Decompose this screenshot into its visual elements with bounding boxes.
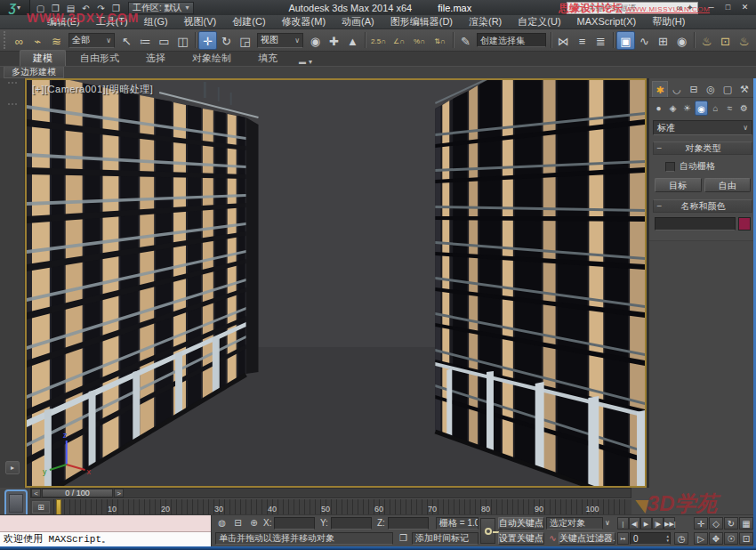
menu-maxscript[interactable]: MAXScript(X) [569, 15, 645, 28]
field-of-view-button[interactable]: ◇ [709, 517, 723, 530]
zoom-region-button[interactable]: ▷ [694, 532, 708, 545]
menu-customize[interactable]: 自定义(U) [510, 15, 568, 28]
track-bar-ruler[interactable]: 102030405060708090100 [53, 499, 630, 515]
angle-snap-icon[interactable]: ∠∩ [389, 31, 409, 50]
use-pivot-center-icon[interactable]: ◉ [306, 31, 325, 50]
next-frame-button[interactable]: |▶ [652, 517, 664, 530]
material-editor-icon[interactable]: ◉ [672, 31, 691, 50]
go-to-end-button[interactable]: ▶▶| [664, 517, 675, 530]
truck-camera-button[interactable]: ✥ [709, 532, 723, 545]
window-crossing-icon[interactable]: ◫ [173, 31, 192, 50]
go-to-start-button[interactable]: |◀◀ [617, 517, 629, 530]
ribbon-tab-object-paint[interactable]: 对象绘制 [180, 51, 244, 66]
rect-selection-region-icon[interactable]: ▭ [155, 31, 173, 50]
next-frame-arrow[interactable]: > [114, 489, 124, 497]
menu-group[interactable]: 组(G) [136, 15, 176, 28]
modify-tab-icon[interactable]: ◡ [669, 81, 685, 97]
orbit-camera-button[interactable]: ☉ [724, 532, 738, 545]
listener-output-row[interactable]: 欢迎使用 MAXScript。 [0, 532, 211, 546]
ribbon-tab-populate[interactable]: 填充 [245, 51, 290, 66]
dolly-camera-button[interactable]: ✛ [694, 517, 708, 530]
hierarchy-tab-icon[interactable]: ⊟ [686, 81, 702, 97]
frame-spinner[interactable]: ▴▾ [666, 534, 670, 543]
display-tab-icon[interactable]: ▢ [720, 81, 736, 97]
named-selection-sets-field[interactable]: 创建选择集 [477, 33, 546, 47]
snap-toggle-25d-icon[interactable]: 2.5∩ [368, 31, 389, 50]
rollout-name-color[interactable]: − 名称和颜色 [653, 199, 752, 213]
render-setup-icon[interactable]: ♨ [697, 31, 716, 50]
application-button[interactable]: Ʒ ▾ [0, 0, 30, 15]
select-and-manipulate-icon[interactable]: ✚ [325, 31, 343, 50]
target-camera-button[interactable]: 目标 [655, 178, 702, 192]
menu-modifiers[interactable]: 修改器(M) [274, 15, 334, 28]
menu-graph-editors[interactable]: 图形编辑器(D) [382, 15, 461, 28]
time-slider-handle[interactable]: 0 / 100 [42, 489, 113, 497]
key-filters-button[interactable]: 关键点过滤器... [559, 532, 615, 545]
notification-icon[interactable]: ❐ [397, 532, 410, 545]
maximize-viewport-button[interactable]: ⊡ [739, 532, 753, 545]
reference-coordinate-dropdown[interactable]: 视图 ∨ [257, 33, 303, 48]
listener-macro-row[interactable] [0, 515, 211, 532]
curve-editor-icon[interactable]: ∿ [635, 31, 654, 50]
cameras-category-icon[interactable]: ◉ [695, 101, 708, 116]
menu-animation[interactable]: 动画(A) [334, 15, 382, 28]
menu-help[interactable]: 帮助(H) [644, 15, 693, 28]
unlink-selection-icon[interactable]: ⌁ [28, 31, 47, 50]
motion-tab-icon[interactable]: ◎ [703, 81, 719, 97]
shapes-category-icon[interactable]: ◈ [666, 101, 680, 116]
select-by-name-icon[interactable]: ≔ [136, 31, 155, 50]
add-time-tag[interactable]: 添加时间标记 [412, 532, 479, 545]
viewport-label[interactable]: [+][Camera001][明暗处理] [32, 83, 153, 96]
ribbon-minimize-control[interactable]: ▬ ▾ [299, 58, 312, 66]
x-coordinate-field[interactable] [274, 517, 315, 530]
roll-camera-button[interactable]: ↻ [724, 517, 738, 530]
isolate-toggle-icon[interactable]: ◍ [215, 517, 229, 530]
maximize-button[interactable]: □ [720, 2, 736, 13]
absolute-offset-toggle-icon[interactable]: ⊕ [247, 517, 261, 530]
key-curve-icon[interactable]: ∿ [546, 532, 559, 545]
ribbon-tab-freeform[interactable]: 自由形式 [68, 51, 132, 66]
close-button[interactable]: ✕ [737, 2, 752, 13]
z-coordinate-field[interactable] [388, 517, 429, 530]
graphite-ribbon-toggle-icon[interactable]: ▣ [616, 31, 635, 50]
camera-type-dropdown[interactable]: 标准 ∨ [653, 120, 752, 135]
autogrid-checkbox[interactable] [665, 162, 675, 172]
keyboard-override-icon[interactable]: ▲ [343, 31, 362, 50]
track-bar[interactable]: ⊞ 102030405060708090100 [30, 498, 631, 514]
key-step-toggle[interactable]: ↦ [617, 532, 629, 545]
set-key-mode-button[interactable]: 设置关键点 [498, 532, 544, 545]
select-and-rotate-icon[interactable]: ↻ [217, 31, 236, 50]
select-and-link-icon[interactable]: ∞ [10, 31, 28, 50]
systems-category-icon[interactable]: ⚙ [737, 101, 751, 116]
previous-frame-arrow[interactable]: < [31, 489, 41, 497]
dock-grip[interactable] [8, 82, 17, 105]
select-and-move-icon[interactable]: ✛ [198, 31, 217, 50]
schematic-view-icon[interactable]: ⊞ [654, 31, 672, 50]
mini-curve-editor-button[interactable]: ⊞ [32, 501, 50, 514]
spinner-snap-icon[interactable]: ⇅∩ [430, 31, 450, 50]
selection-lock-icon[interactable]: ⊟ [231, 517, 245, 530]
maxscript-mini-listener[interactable]: 欢迎使用 MAXScript。 [0, 515, 212, 547]
zoom-extents-all-button[interactable]: ▦ [739, 517, 753, 530]
expand-panel-button[interactable]: ▸ [5, 461, 20, 474]
ribbon-tab-modeling[interactable]: 建模 [20, 50, 66, 66]
menu-rendering[interactable]: 渲染(R) [461, 15, 510, 28]
object-color-swatch[interactable] [738, 217, 751, 231]
bind-to-spacewarp-icon[interactable]: ≋ [47, 31, 66, 50]
free-camera-button[interactable]: 自由 [704, 178, 752, 192]
align-icon[interactable]: ≡ [573, 31, 591, 50]
set-key-button[interactable] [480, 518, 495, 544]
edit-named-sets-icon[interactable]: ✎ [456, 31, 475, 50]
lights-category-icon[interactable]: ☀ [680, 101, 694, 116]
select-and-scale-icon[interactable]: ◲ [236, 31, 254, 50]
create-tab-icon[interactable]: ✱ [652, 81, 668, 97]
play-button[interactable]: ▶ [640, 517, 652, 530]
subtab-polygon-modeling[interactable]: 多边形建模 [4, 67, 64, 78]
select-object-icon[interactable]: ↖ [117, 31, 136, 50]
menu-create[interactable]: 创建(C) [224, 15, 273, 28]
current-frame-field[interactable]: 0 ▴▾ [630, 532, 671, 545]
object-name-field[interactable] [655, 217, 736, 231]
menu-views[interactable]: 视图(V) [176, 15, 225, 28]
utilities-tab-icon[interactable]: ⚒ [736, 81, 752, 97]
render-production-icon[interactable]: ♨ [735, 31, 753, 50]
